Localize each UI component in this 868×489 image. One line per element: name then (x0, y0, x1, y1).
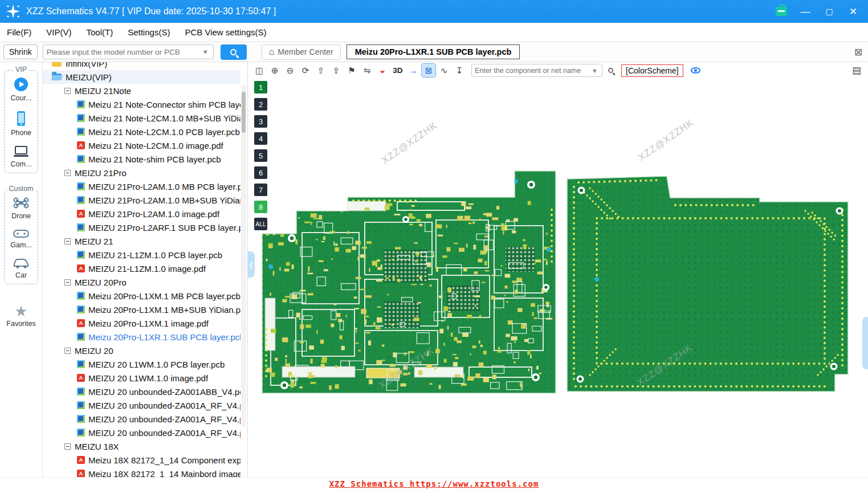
layer-button-all[interactable]: ALL (254, 218, 267, 230)
tree-file[interactable]: Meizu 21 Note-L2CM.1.0 MB+SUB YiDian.pcb (43, 111, 241, 125)
colorscheme-button[interactable]: [ColorScheme] (621, 64, 683, 77)
tree-file[interactable]: MEIZU 20 unbounded-ZA001A_RF_V4.pcb (43, 426, 241, 439)
tree-file[interactable]: Meizu 21 Note-L2CM.1.0 image.pdf (43, 138, 241, 152)
sidebar-item-car[interactable]: Car (12, 257, 30, 279)
tree-file[interactable]: Meizu 18X 82172_1_14 Mainbord image.pdf (43, 467, 241, 477)
layer-button-1[interactable]: 1 (254, 81, 267, 93)
tree-file[interactable]: Meizu 20Pro-L1XR.1 SUB PCB layer.pcb (43, 330, 241, 344)
layers-panel-icon[interactable]: ▤ (852, 64, 861, 76)
menu-item-2[interactable]: Tool(T) (87, 27, 113, 37)
component-search-input[interactable] (475, 67, 590, 75)
layer-button-3[interactable]: 3 (254, 115, 267, 128)
menu-item-3[interactable]: Settings(S) (128, 27, 170, 37)
collapse-icon[interactable]: − (64, 88, 71, 94)
collapse-tree-handle[interactable]: ❮ (247, 251, 255, 278)
layer-button-7[interactable]: 7 (254, 184, 267, 196)
zoom-out-icon[interactable]: ⊖ (283, 64, 297, 77)
tree-file[interactable]: MEIZU 20 unbounded-ZA001A_RF_V4.pcb (43, 412, 241, 426)
collapse-icon[interactable]: − (64, 279, 71, 286)
tree-group[interactable]: −MEIZU 20Pro (43, 275, 241, 289)
3d-view-icon[interactable]: 3D (391, 64, 405, 77)
split-view-icon[interactable]: ◫ (252, 64, 266, 77)
chevron-down-icon[interactable]: ▼ (590, 67, 599, 74)
tree-file[interactable]: MEIZU 21-L1ZM.1.0 PCB layer.pcb (43, 248, 241, 262)
pcb-stage[interactable]: XZZ@XZZHK XZZ@XZZHK XZZ@XZZHK XZZ@XZZHK (248, 79, 868, 477)
member-center-button[interactable]: ⌂ Member Center (262, 44, 341, 60)
component-search-box[interactable]: ▼ (471, 64, 602, 77)
refresh-view-icon[interactable]: ⟳ (299, 64, 312, 77)
layer-button-5[interactable]: 5 (254, 149, 267, 162)
tree-group[interactable]: −MEIZU 21Note (43, 84, 241, 97)
tree-file[interactable]: MEIZU 21-L1ZM.1.0 image.pdf (43, 262, 241, 275)
collapse-icon[interactable]: − (64, 348, 71, 354)
component-search-icon[interactable] (608, 68, 613, 73)
tree-file[interactable]: Meizu 20Pro-L1XM.1 MB+SUB YiDian.pcb (43, 303, 241, 316)
minimize-button[interactable]: — (800, 7, 811, 17)
menu-item-4[interactable]: PCB View settings(S) (185, 27, 266, 37)
collapse-icon[interactable]: − (64, 170, 71, 176)
pcb-canvas[interactable]: XZZ@XZZHK XZZ@XZZHK XZZ@XZZHK XZZ@XZZHK (248, 79, 868, 477)
tree-file[interactable]: Meizu 21 Note-Connector shim PCB layer.p… (43, 97, 241, 111)
shrink-button[interactable]: Shrink (3, 44, 38, 59)
collapse-icon[interactable]: − (64, 443, 71, 450)
sidebar-item-course[interactable]: Cour... (11, 76, 32, 102)
open-file-tab[interactable]: Meizu 20Pro-L1XR.1 SUB PCB layer.pcb (347, 44, 520, 59)
sidebar-item-phone[interactable]: Phone (11, 110, 31, 137)
model-search-input[interactable] (47, 48, 201, 56)
close-panel-icon[interactable]: ⊠ (854, 46, 862, 58)
layer-button-8[interactable]: 8 (254, 201, 267, 213)
tree-file[interactable]: MEIZU 21Pro-L2AM.1.0 image.pdf (43, 207, 241, 221)
sidebar-item-drone[interactable]: Drone (11, 195, 31, 220)
board-side-icon[interactable]: ◒ (376, 64, 389, 77)
tree-scrollbar[interactable] (241, 85, 246, 427)
sidebar-item-game[interactable]: Gam... (10, 228, 32, 249)
tree-file[interactable]: MEIZU 21Pro-L2AM.1.0 MB+SUB YiDian.pcb (43, 193, 241, 207)
drone-icon (13, 195, 30, 210)
license-icon[interactable] (776, 7, 787, 16)
search-button[interactable] (221, 44, 247, 60)
sidebar-item-favorites[interactable]: ★ Favorites (6, 304, 35, 328)
measure-curve-icon[interactable]: ∿ (437, 64, 451, 77)
pin-tool-icon[interactable]: ↧ (453, 64, 466, 77)
right-panel-handle[interactable] (862, 317, 868, 369)
tree-file[interactable]: MEIZU 20 unbounded-ZA001ABB_V4.pcb (43, 385, 241, 398)
tree-scrollbar-thumb[interactable] (242, 92, 246, 133)
tree-file[interactable]: MEIZU 20 L1WM.1.0 image.pdf (43, 371, 241, 385)
maximize-button[interactable]: ▢ (824, 7, 835, 15)
crosshatch-select-icon[interactable]: ⊠ (422, 64, 435, 77)
sidebar-item-computer[interactable]: Com... (11, 145, 32, 168)
tree-file[interactable]: Meizu 20Pro-L1XM.1 image.pdf (43, 316, 241, 330)
layer-button-2[interactable]: 2 (254, 98, 267, 111)
tree-folder-meizu[interactable]: MEIZU(VIP) (43, 70, 241, 84)
collapse-icon[interactable]: − (64, 238, 71, 244)
menu-item-0[interactable]: File(F) (7, 27, 31, 37)
visibility-eye-icon[interactable] (691, 67, 700, 74)
tree-file[interactable]: MEIZU 21Pro-L2AM.1.0 MB PCB layer.pcb (43, 180, 241, 193)
title-bar: XZZ Schematics V4.77 [ VIP Due date: 202… (0, 0, 868, 23)
tree-file[interactable]: Meizu 21 Note-shim PCB layer.pcb (43, 152, 241, 166)
chevron-down-icon[interactable]: ▼ (201, 48, 210, 55)
tree-file[interactable]: Meizu 18X 82172_1_14 Component exploded.… (43, 453, 241, 467)
close-button[interactable]: ✕ (847, 7, 859, 17)
export-top-icon[interactable]: ⇧ (314, 64, 328, 77)
tree-group[interactable]: −MEIZU 20 (43, 344, 241, 357)
tree-folder-infinix[interactable]: Infinix(VIP) (43, 62, 241, 70)
tree-file[interactable]: Meizu 21 Note-L2CM.1.0 PCB layer.pcb (43, 125, 241, 138)
flag-icon[interactable]: ⚑ (345, 64, 358, 77)
tree-group[interactable]: −MEIZU 21 (43, 234, 241, 248)
layer-button-6[interactable]: 6 (254, 166, 267, 179)
arrow-tool-icon[interactable]: → (406, 64, 420, 77)
zoom-in-icon[interactable]: ⊕ (268, 64, 282, 77)
export-bottom-icon[interactable]: ⇪ (329, 64, 343, 77)
layer-button-4[interactable]: 4 (254, 132, 267, 145)
menu-item-1[interactable]: VIP(V) (46, 27, 71, 37)
tree-file[interactable]: MEIZU 20 unbounded-ZA001A_RF_V4.pcb (43, 398, 241, 412)
tree-file[interactable]: Meizu 20Pro-L1XM.1 MB PCB layer.pcb (43, 289, 241, 303)
tree-file[interactable]: MEIZU 20 L1WM.1.0 PCB layer.pcb (43, 357, 241, 371)
status-link[interactable]: XZZ Schematics https://www.xzztools.com (329, 479, 539, 488)
tree-file[interactable]: MEIZU 21Pro-L2ARF.1 SUB PCB layer.pcb (43, 221, 241, 234)
tree-group[interactable]: −MEIZU 18X (43, 439, 241, 453)
tree-group[interactable]: −MEIZU 21Pro (43, 166, 241, 180)
flip-horizontal-icon[interactable]: ⇋ (360, 64, 374, 77)
model-search-box[interactable]: ▼ (43, 44, 214, 59)
